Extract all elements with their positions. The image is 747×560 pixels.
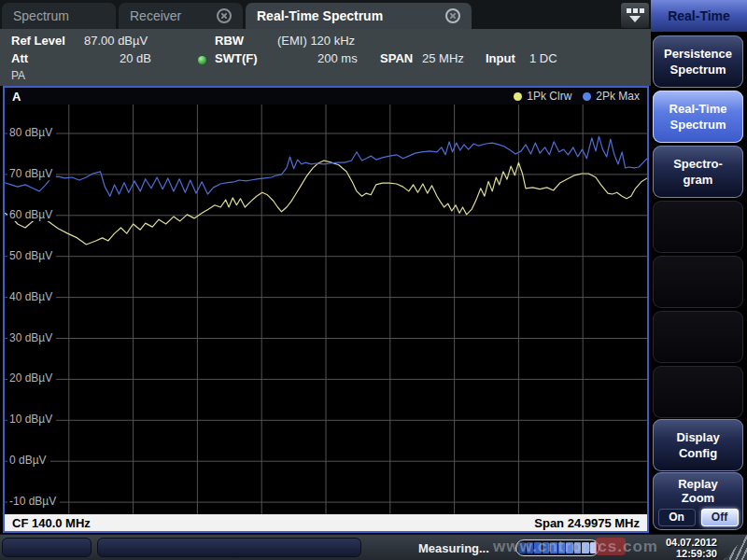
softkey-label: Spectrum [670,117,726,133]
softkey-replay-zoom[interactable]: Replay Zoom On Off [653,472,743,530]
window-title-bar: A 1Pk Clrw 2Pk Max [5,88,647,105]
softkey-label: Replay [678,477,718,491]
progress-segment [574,542,582,553]
window-overview-button[interactable] [620,2,650,29]
span-readout[interactable]: Span 24.9975 MHz [534,516,640,530]
input-value[interactable]: 1 DC [529,51,557,65]
sweep-progress-bar [515,539,599,556]
span-label: SPAN [380,51,413,65]
softkey-empty [653,201,743,253]
swt-label: SWT(F) [215,51,257,65]
progress-segment [566,542,573,553]
softkey-display-config[interactable]: Display Config [653,419,743,471]
progress-segment [534,542,542,553]
tab-receiver[interactable]: Receiver [119,3,243,29]
window-id: A [12,90,21,104]
y-tick-label: -10 dBµV [7,495,60,508]
y-tick-label: 50 dBµV [7,249,56,262]
softkey-empty [653,311,743,363]
softkey-spectrogram[interactable]: Spectro- gram [653,146,743,198]
softkey-realtime-spectrum[interactable]: Real-Time Spectrum [653,91,743,143]
date: 04.07.2012 [666,537,717,548]
progress-segment [527,542,534,553]
trace2-dot-icon [583,92,591,101]
windows-icon [627,8,644,13]
legend-item: 2Pk Max [583,90,640,103]
progress-segment [543,542,550,553]
spectrum-plot[interactable] [5,105,647,514]
softkey-label: Real-Time [669,101,727,117]
att-label: Att [11,51,28,65]
progress-segment [550,542,557,553]
y-tick-label: 70 dBµV [7,167,56,180]
y-tick-label: 0 dBµV [7,454,50,467]
ref-level-value[interactable]: 87.00 dBµV [84,34,148,48]
softkey-label: Spectro- [673,156,723,172]
softkey-label: Spectrum [670,62,726,77]
input-label: Input [486,51,515,65]
settings-header: Ref Level 87.00 dBµV RBW (EMI) 120 kHz A… [0,29,651,86]
tab-label: Real-Time Spectrum [257,8,383,23]
date-time: 04.07.2012 12:59:30 [666,537,717,559]
tab-label: Receiver [130,8,181,23]
close-icon[interactable] [217,8,232,23]
progress-segment [590,542,598,553]
transducer-indicator: PA [11,69,25,82]
ref-level-label: Ref Level [11,34,65,48]
legend-label: 2Pk Max [596,90,640,103]
swt-value[interactable]: 200 ms [317,51,358,65]
y-tick-label: 80 dBµV [7,126,56,139]
replay-zoom-on-button[interactable]: On [658,509,696,526]
softkey-label: Display [676,429,719,445]
tab-spectrum[interactable]: Spectrum [2,3,116,29]
progress-segment [558,542,566,553]
measurement-window-a[interactable]: A 1Pk Clrw 2Pk Max 80 dBµV70 dBµV60 dBµV… [3,86,649,533]
rbw-value[interactable]: (EMI) 120 kHz [277,34,355,48]
softkey-sidebar: Real-Time Persistence Spectrum Real-Time… [651,0,747,534]
tab-realtime-spectrum[interactable]: Real-Time Spectrum [246,3,472,29]
center-frequency[interactable]: CF 140.0 MHz [12,516,91,530]
y-tick-label: 10 dBµV [7,413,56,426]
softkey-label: Zoom [682,491,714,505]
trace-legend: 1Pk Clrw 2Pk Max [514,90,640,103]
progress-segment [582,542,589,553]
rbw-label: RBW [215,34,244,48]
tab-bar: Spectrum Receiver Real-Time Spectrum [0,0,651,29]
status-bar: Measuring... 04.07.2012 12:59:30 [0,534,747,560]
softkey-label: Config [679,445,717,461]
chevron-down-icon [629,16,641,22]
corner-grip-icon [722,535,747,560]
replay-zoom-off-button[interactable]: Off [701,509,739,526]
y-tick-label: 30 dBµV [7,331,56,344]
softkey-persistence-spectrum[interactable]: Persistence Spectrum [653,35,743,88]
y-tick-label: 20 dBµV [7,371,56,385]
window-footer: CF 140.0 MHz Span 24.9975 MHz [5,514,647,531]
time: 12:59:30 [666,548,717,559]
softkey-empty [653,366,743,418]
status-slot [97,538,361,557]
progress-segment [518,542,526,553]
softkey-label: Persistence [664,46,732,62]
span-value[interactable]: 25 MHz [422,51,464,65]
tab-label: Spectrum [13,8,69,23]
sweep-led-icon [198,56,206,64]
att-value[interactable]: 20 dB [120,51,151,65]
legend-label: 1Pk Clrw [527,90,571,103]
status-slot [2,538,92,557]
measurement-status: Measuring... [418,541,489,555]
softkey-label: gram [684,172,713,188]
softkey-empty [653,256,743,308]
legend-item: 1Pk Clrw [514,90,571,103]
replay-zoom-toggle: On Off [658,509,739,526]
softkey-menu-title: Real-Time [651,0,747,32]
close-icon[interactable] [445,8,460,23]
trace1-dot-icon [514,92,522,101]
y-tick-label: 40 dBµV [7,290,56,303]
y-tick-label: 60 dBµV [7,208,56,221]
